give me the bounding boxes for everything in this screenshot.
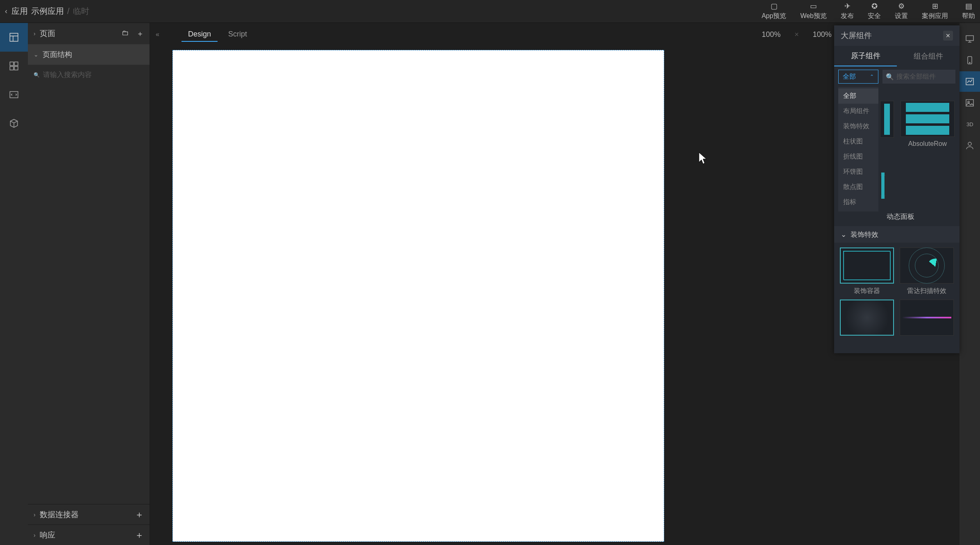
component-card-gradline[interactable] [899, 300, 955, 336]
component-card-decor-container[interactable]: 装饰容器 [839, 248, 895, 295]
dd-scatter[interactable]: 散点图 [838, 179, 878, 195]
zoom-level-1[interactable]: 100% [762, 30, 780, 39]
tab-design[interactable]: Design [181, 27, 218, 42]
action-label: Web预览 [800, 12, 827, 20]
help-button[interactable]: ▤ 帮助 [962, 2, 975, 20]
component-tabs: 原子组件 组合组件 [834, 46, 960, 66]
breadcrumb-app[interactable]: 应用 [11, 6, 28, 17]
tab-atom-components[interactable]: 原子组件 [834, 46, 897, 66]
dd-pie[interactable]: 环饼图 [838, 164, 878, 179]
svg-text:3D: 3D [966, 121, 973, 127]
chevron-right-icon: › [34, 30, 36, 37]
chevron-right-icon: › [34, 532, 36, 538]
code-icon [9, 89, 19, 100]
category-select[interactable]: 全部 ⌃ [838, 70, 878, 84]
component-card-absrow[interactable]: AbsoluteRow [901, 101, 955, 148]
settings-button[interactable]: ⚙ 设置 [895, 2, 908, 20]
category-select-label: 全部 [843, 73, 856, 81]
structure-search[interactable]: 🔍 [28, 65, 150, 85]
tab-script[interactable]: Script [222, 27, 254, 42]
section-decoration[interactable]: ⌄ 装饰特效 [834, 226, 960, 243]
search-icon: 🔍 [886, 73, 894, 81]
plus-icon[interactable]: ＋ [136, 29, 144, 39]
component-card-decor-2[interactable] [839, 300, 895, 336]
monitor-icon [965, 34, 975, 44]
rail-logic[interactable] [0, 80, 28, 109]
section-title: 动态面板 [887, 212, 914, 221]
component-panel: 大屏组件 ✕ 原子组件 组合组件 全部 ⌃ 🔍 搜索全部组件 全部 布局组件 装… [834, 25, 960, 353]
app-preview-button[interactable]: ▢ App预览 [762, 2, 786, 20]
component-card-abscolumn[interactable] [880, 101, 894, 138]
gear-icon: ⚙ [898, 2, 905, 10]
close-icon[interactable]: ✕ [943, 31, 953, 41]
breadcrumb-proj[interactable]: 示例应用 [31, 6, 64, 17]
tab-combo-components[interactable]: 组合组件 [897, 46, 960, 66]
monitor-icon: ▭ [810, 2, 817, 10]
dd-indicator[interactable]: 指标 [838, 195, 878, 210]
dd-decor[interactable]: 装饰特效 [838, 119, 878, 134]
plus-icon[interactable]: ＋ [135, 509, 144, 521]
rail-layout[interactable] [0, 23, 28, 52]
dd-bar[interactable]: 柱状图 [838, 134, 878, 149]
puzzle-icon [9, 61, 19, 71]
section-dynamic-panel[interactable]: 动态面板 [880, 208, 960, 225]
panel-header-data-connector[interactable]: › 数据连接器 ＋ [28, 504, 150, 525]
component-search[interactable]: 🔍 搜索全部组件 [882, 70, 955, 84]
rail-image[interactable] [960, 93, 980, 113]
action-label: 帮助 [962, 12, 975, 20]
publish-button[interactable]: ✈ 发布 [841, 2, 854, 20]
action-label: App预览 [762, 12, 786, 20]
shield-icon: ✪ [871, 2, 878, 10]
rail-mobile[interactable] [960, 50, 980, 70]
zoom-level-2[interactable]: 100% [813, 30, 832, 39]
security-button[interactable]: ✪ 安全 [868, 2, 881, 20]
svg-rect-4 [14, 62, 18, 66]
web-preview-button[interactable]: ▭ Web预览 [800, 2, 827, 20]
top-actions: ▢ App预览 ▭ Web预览 ✈ 发布 ✪ 安全 ⚙ 设置 ⊞ 案例应用 ▤ … [762, 2, 975, 20]
svg-rect-3 [10, 62, 14, 66]
rail-components[interactable] [0, 52, 28, 80]
component-panel-title: 大屏组件 [841, 30, 872, 41]
search-icon: 🔍 [34, 72, 40, 78]
phone-icon: ▢ [771, 2, 778, 10]
sample-app-button[interactable]: ⊞ 案例应用 [922, 2, 948, 20]
category-dropdown: 全部 布局组件 装饰特效 柱状图 折线图 环饼图 散点图 指标 [838, 87, 878, 211]
chart-icon [965, 77, 975, 86]
dd-layout[interactable]: 布局组件 [838, 104, 878, 119]
breadcrumb: 应用 示例应用 / 临时 [11, 6, 89, 17]
panel-header-page[interactable]: › 页面 🗀 ＋ [28, 23, 150, 44]
rail-3d[interactable] [0, 109, 28, 138]
structure-tree [28, 85, 150, 504]
image-icon [965, 98, 975, 108]
structure-search-input[interactable] [43, 71, 144, 79]
canvas[interactable] [172, 50, 664, 542]
panel-header-response[interactable]: › 响应 ＋ [28, 525, 150, 545]
svg-point-17 [968, 142, 971, 145]
rail-user[interactable] [960, 135, 980, 156]
rail-3d[interactable]: 3D [960, 114, 980, 134]
zoom-x-icon: × [794, 30, 799, 39]
action-label: 案例应用 [922, 12, 948, 20]
breadcrumb-page[interactable]: 临时 [73, 6, 89, 17]
component-panel-header: 大屏组件 ✕ [834, 25, 960, 46]
collapse-panel-icon[interactable]: « [156, 31, 159, 38]
grid-icon: ⊞ [932, 2, 938, 10]
plus-icon[interactable]: ＋ [135, 529, 144, 541]
left-rail [0, 23, 28, 545]
component-card-small[interactable] [880, 175, 886, 196]
user-icon [965, 141, 975, 150]
chevron-down-icon: ⌄ [841, 230, 846, 239]
component-card-radar[interactable]: 雷达扫描特效 [899, 248, 955, 295]
folder-icon[interactable]: 🗀 [122, 29, 129, 39]
dd-all[interactable]: 全部 [838, 89, 878, 104]
chevron-down-icon: ⌄ [34, 51, 39, 58]
section-title: 装饰特效 [851, 230, 878, 239]
back-icon[interactable]: ‹ [5, 7, 7, 16]
rail-desktop[interactable] [960, 29, 980, 49]
dd-line[interactable]: 折线图 [838, 149, 878, 164]
svg-rect-5 [10, 66, 14, 70]
panel-title: 页面 [40, 28, 118, 39]
panel-header-structure[interactable]: ⌄ 页面结构 [28, 44, 150, 65]
rail-chart[interactable] [960, 71, 980, 92]
action-label: 发布 [841, 12, 854, 20]
